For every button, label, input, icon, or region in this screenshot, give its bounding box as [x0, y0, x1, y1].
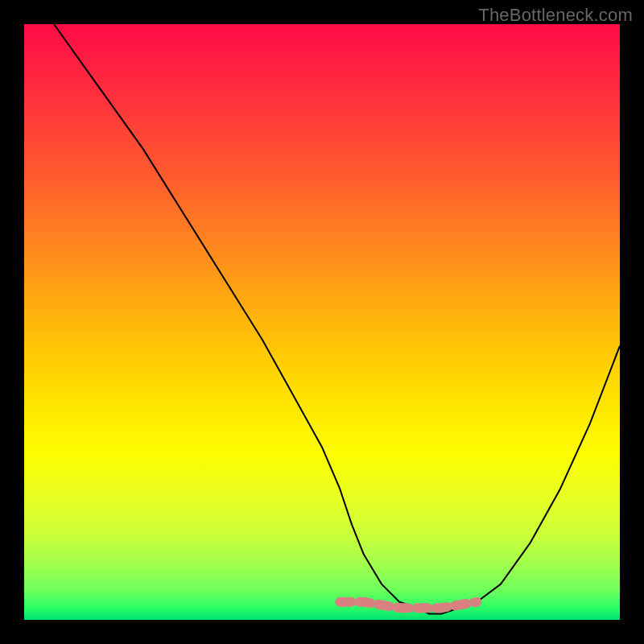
- plot-area: [24, 24, 620, 620]
- curve-path: [54, 24, 620, 614]
- marker-path: [340, 602, 477, 608]
- watermark-text: TheBottleneck.com: [478, 5, 633, 26]
- chart-container: TheBottleneck.com: [0, 0, 644, 644]
- curve-line: [54, 24, 620, 614]
- curve-overlay: [24, 24, 620, 620]
- marker-band: [340, 602, 477, 608]
